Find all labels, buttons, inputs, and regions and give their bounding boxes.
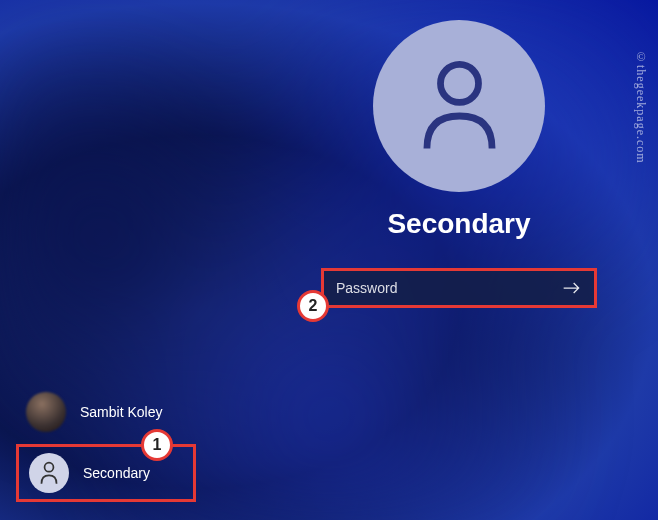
user-switcher-list: Sambit Koley 1 Secondary bbox=[16, 386, 196, 502]
user-label: Sambit Koley bbox=[80, 404, 162, 420]
annotation-badge-2: 2 bbox=[297, 290, 329, 322]
login-panel: Secondary 2 bbox=[299, 20, 619, 308]
password-input[interactable] bbox=[336, 280, 562, 296]
avatar-large bbox=[373, 20, 545, 192]
arrow-right-icon bbox=[562, 281, 582, 295]
svg-point-0 bbox=[440, 64, 478, 102]
user-item-sambit[interactable]: Sambit Koley bbox=[16, 386, 196, 438]
avatar-photo bbox=[26, 392, 66, 432]
user-label: Secondary bbox=[83, 465, 150, 481]
password-container: 2 bbox=[321, 268, 597, 308]
person-icon bbox=[38, 461, 60, 485]
active-username: Secondary bbox=[387, 208, 530, 240]
annotation-badge-1: 1 bbox=[141, 429, 173, 461]
password-field-wrapper bbox=[321, 268, 597, 308]
svg-point-1 bbox=[45, 463, 54, 472]
submit-arrow-button[interactable] bbox=[562, 281, 582, 295]
user-item-secondary[interactable]: 1 Secondary bbox=[16, 444, 196, 502]
watermark-text: ©thegeekpage.com bbox=[633, 50, 648, 164]
person-icon bbox=[417, 59, 502, 154]
avatar-generic bbox=[29, 453, 69, 493]
